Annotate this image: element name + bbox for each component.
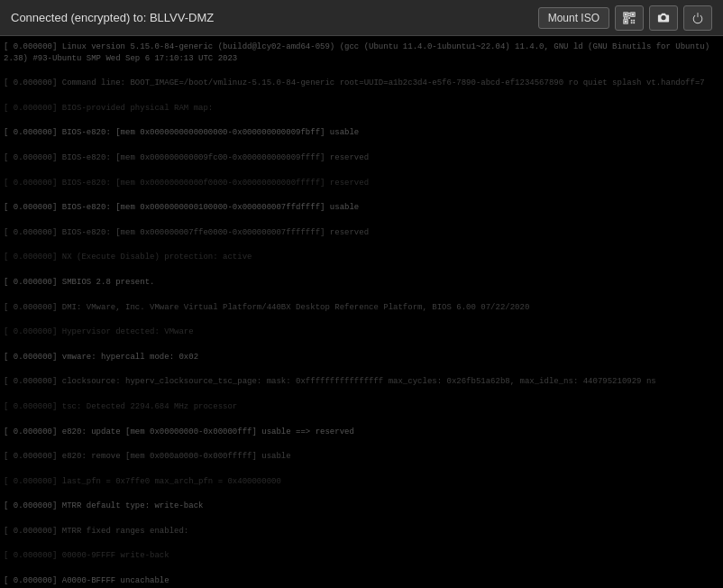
screenshot-button[interactable] xyxy=(649,5,678,31)
svg-rect-8 xyxy=(631,22,633,23)
console-line: [ 0.000000] BIOS-e820: [mem 0x0000000000… xyxy=(4,127,719,139)
header-bar: Connected (encrypted) to: BLLVV-DMZ Moun… xyxy=(0,0,723,36)
svg-rect-3 xyxy=(632,13,635,15)
power-button[interactable] xyxy=(683,5,712,31)
console-line: [ 0.000000] tsc: Detected 2294.684 MHz p… xyxy=(4,401,719,413)
console-line: [ 0.000000] e820: remove [mem 0x000a0000… xyxy=(4,451,719,463)
console-line: [ 0.000000] Hypervisor detected: VMware xyxy=(4,326,719,338)
svg-rect-5 xyxy=(625,20,627,23)
svg-rect-9 xyxy=(633,22,635,23)
console-line: [ 0.000000] NX (Execute Disable) protect… xyxy=(4,252,719,263)
console-output[interactable]: [ 0.000000] Linux version 5.15.0-84-gene… xyxy=(0,36,723,588)
console-line: [ 0.000000] BIOS-e820: [mem 0x0000000000… xyxy=(4,202,719,214)
camera-icon xyxy=(657,11,670,25)
svg-rect-10 xyxy=(628,12,630,14)
svg-rect-1 xyxy=(625,13,627,15)
console-line: [ 0.000000] MTRR fixed ranges enabled: xyxy=(4,526,719,537)
console-line: [ 0.000000] clocksource: hyperv_clocksou… xyxy=(4,376,719,388)
console-line: [ 0.000000] 00000-9FFFF write-back xyxy=(4,550,719,562)
svg-rect-7 xyxy=(633,19,635,21)
svg-rect-11 xyxy=(628,14,630,16)
svg-rect-14 xyxy=(628,17,630,19)
console-line: [ 0.000000] BIOS-e820: [mem 0x000000007f… xyxy=(4,227,719,239)
console-line: [ 0.000000] A0000-BFFFF uncachable xyxy=(4,575,719,587)
console-line: [ 0.000000] e820: update [mem 0x00000000… xyxy=(4,427,719,438)
svg-rect-6 xyxy=(631,19,633,21)
svg-rect-13 xyxy=(627,17,628,19)
console-line: [ 0.000000] BIOS-e820: [mem 0x0000000000… xyxy=(4,152,719,164)
console-line: [ 0.000000] DMI: VMware, Inc. VMware Vir… xyxy=(4,302,719,314)
console-line: [ 0.000000] SMBIOS 2.8 present. xyxy=(4,277,719,289)
mount-iso-button[interactable]: Mount ISO xyxy=(538,7,609,29)
toolbar: Mount ISO xyxy=(538,5,712,31)
power-icon xyxy=(691,11,704,25)
console-line: [ 0.000000] last_pfn = 0x7ffe0 max_arch_… xyxy=(4,476,719,488)
connection-status: Connected (encrypted) to: BLLVV-DMZ xyxy=(11,11,214,24)
console-line: [ 0.000000] Linux version 5.15.0-84-gene… xyxy=(4,41,719,64)
qr-code-button[interactable] xyxy=(615,5,644,31)
console-line: [ 0.000000] vmware: hypercall mode: 0x02 xyxy=(4,352,719,363)
console-line: [ 0.000000] BIOS-provided physical RAM m… xyxy=(4,103,719,115)
console-line: [ 0.000000] Command line: BOOT_IMAGE=/bo… xyxy=(4,78,719,89)
console-area: [ 0.000000] Linux version 5.15.0-84-gene… xyxy=(0,36,723,588)
console-line: [ 0.000000] MTRR default type: write-bac… xyxy=(4,501,719,512)
console-line: [ 0.000000] BIOS-e820: [mem 0x0000000000… xyxy=(4,178,719,189)
svg-rect-12 xyxy=(624,17,626,19)
qr-icon xyxy=(623,11,636,25)
